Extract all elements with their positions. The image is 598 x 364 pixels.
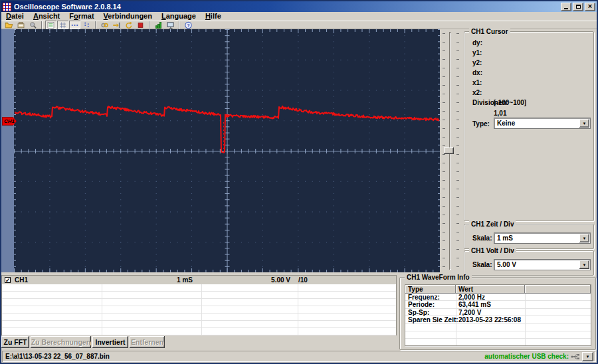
chevron-down-icon[interactable]: ▼ (579, 234, 589, 242)
link-icon[interactable] (99, 21, 110, 29)
channel-voltdiv: 5.00 V (199, 276, 296, 284)
divisions-value: 1,01 (494, 110, 506, 117)
x1-label: x1: (472, 79, 482, 86)
stop-icon[interactable] (135, 21, 146, 29)
toolbar-separator (179, 21, 180, 29)
window-title: Oscilloscope Software 2.0.8.14 (14, 3, 121, 11)
info-column-header[interactable]: Wert (456, 285, 525, 294)
channel-name: CH1 (15, 276, 100, 284)
channel-table-empty-row[interactable] (2, 292, 396, 299)
channel-table-empty-row[interactable] (2, 321, 396, 328)
menu-format[interactable]: Format (64, 12, 98, 21)
group-title: CH1 Zeit / Div (469, 221, 516, 228)
channel-table-empty-row[interactable] (2, 306, 396, 314)
refresh-icon[interactable] (123, 21, 134, 29)
menu-ansicht[interactable]: Ansicht (29, 12, 64, 21)
trigger-level-slider[interactable] (440, 29, 464, 272)
display-icon[interactable] (165, 21, 176, 29)
channel-timebase: 1 mS (100, 276, 199, 284)
skala-label: Skala: (472, 234, 492, 242)
type-label: Type: (472, 120, 490, 128)
menu-language[interactable]: Language (157, 12, 201, 21)
app-icon (3, 3, 11, 11)
export-chart-icon[interactable] (153, 21, 164, 29)
usb-check-dropdown[interactable]: ▼ (582, 352, 593, 361)
info-row[interactable]: Periode:63,441 mS (405, 301, 591, 308)
maximize-icon[interactable] (573, 3, 583, 11)
menu-hilfe[interactable]: Hilfe (201, 12, 226, 21)
close-icon[interactable]: × (585, 3, 595, 11)
svg-text:?: ? (187, 23, 189, 27)
title-bar[interactable]: Oscilloscope Software 2.0.8.14 × (1, 1, 597, 12)
channel-row-ch1[interactable]: ✓ CH1 1 mS 5.00 V /10 (2, 276, 396, 284)
h-markers-toggle-icon[interactable] (69, 21, 80, 29)
chevron-down-icon[interactable]: ▼ (579, 260, 589, 269)
divisions-range: [-100~100] (494, 99, 526, 106)
minimize-icon[interactable] (561, 3, 571, 11)
y2-label: y2: (472, 59, 482, 66)
ch1-cursor-group: CH1 Cursor dy: y1: y2: dx: x1: x2: Divis… (464, 31, 594, 221)
x2-label: x2: (472, 89, 482, 96)
waveform-info-table[interactable]: TypeWertFrequenz:2,000 HzPeriode:63,441 … (405, 284, 591, 346)
dx-label: dx: (472, 69, 482, 76)
cursor-type-select[interactable]: Keine ▼ (494, 118, 591, 129)
ch1-volt-div-group: CH1 Volt / Div Skala: 5.00 V ▼ (464, 250, 594, 276)
help-icon[interactable]: ? (183, 21, 194, 29)
grid-toggle-icon[interactable] (57, 21, 68, 29)
channel-table-empty-row[interactable] (2, 284, 396, 292)
export-device-icon[interactable] (15, 21, 27, 29)
info-column-header[interactable] (525, 285, 591, 294)
channel-checkbox[interactable]: ✓ (5, 277, 11, 283)
toolbar-separator (149, 21, 150, 29)
chevron-down-icon[interactable]: ▼ (579, 119, 589, 128)
zu-berechnungen-button[interactable]: Zu Berechnungen (31, 336, 91, 348)
zu-fft-button[interactable]: Zu FFT (1, 336, 29, 348)
channel-table-empty-row[interactable] (2, 314, 396, 321)
info-row[interactable]: Sp-Sp:7,200 V (405, 309, 591, 316)
settings-icon[interactable] (27, 21, 39, 29)
usb-check-label: automatischer USB check: (484, 353, 569, 360)
info-row[interactable]: Frequenz:2,000 Hz (405, 294, 591, 301)
group-title: CH1 Cursor (469, 28, 510, 35)
group-title: CH1 WaveForm Info (405, 274, 472, 281)
toolbar-separator (41, 21, 43, 29)
channel-table-empty-row[interactable] (2, 299, 396, 306)
entfernen-button[interactable]: Entfernen (130, 336, 165, 348)
y1-label: y1: (472, 49, 482, 56)
channel-table[interactable]: ✓ CH1 1 mS 5.00 V /10 (1, 275, 397, 335)
status-bar: E:\a\1\13-05-23 22_56_07_887.bin automat… (2, 351, 596, 362)
scope-left-margin (1, 29, 14, 272)
open-folder-icon[interactable] (3, 21, 15, 29)
v-markers-toggle-icon[interactable] (81, 21, 92, 29)
info-column-header[interactable]: Type (405, 285, 456, 294)
menu-verbindungen[interactable]: Verbindungen (99, 12, 157, 21)
info-row[interactable] (405, 331, 591, 339)
channel-table-empty-row[interactable] (2, 328, 396, 335)
skala-label: Skala: (472, 261, 492, 268)
toolbar-separator (95, 21, 96, 29)
time-div-select[interactable]: 1 mS ▼ (494, 232, 591, 244)
file-path: E:\a\1\13-05-23 22_56_07_887.bin (5, 353, 110, 360)
slider-thumb[interactable] (444, 147, 454, 154)
volt-div-select[interactable]: 5.00 V ▼ (494, 259, 591, 270)
dy-label: dy: (472, 39, 482, 46)
menu-datei[interactable]: Datei (1, 12, 29, 21)
info-row[interactable]: Sparen Sie Zeit:2013-05-23 22:56:08 (405, 316, 591, 323)
scope-plot[interactable] (14, 29, 440, 272)
channel-probe: /10 (296, 276, 362, 284)
connect-icon[interactable] (111, 21, 122, 29)
invertiert-button[interactable]: Invertiert (92, 336, 128, 348)
info-row[interactable] (405, 339, 591, 346)
ch1-waveform-info-group: CH1 WaveForm Info TypeWertFrequenz:2,000… (399, 277, 596, 350)
group-title: CH1 Volt / Div (469, 247, 516, 254)
menu-bar: DateiAnsichtFormatVerbindungenLanguageHi… (1, 12, 597, 21)
slider-ticks-right (456, 33, 459, 268)
info-row[interactable] (405, 324, 591, 331)
usb-icon (571, 353, 580, 361)
legend-toggle-icon[interactable] (45, 21, 56, 29)
ch1-time-div-group: CH1 Zeit / Div Skala: 1 mS ▼ (464, 224, 594, 249)
